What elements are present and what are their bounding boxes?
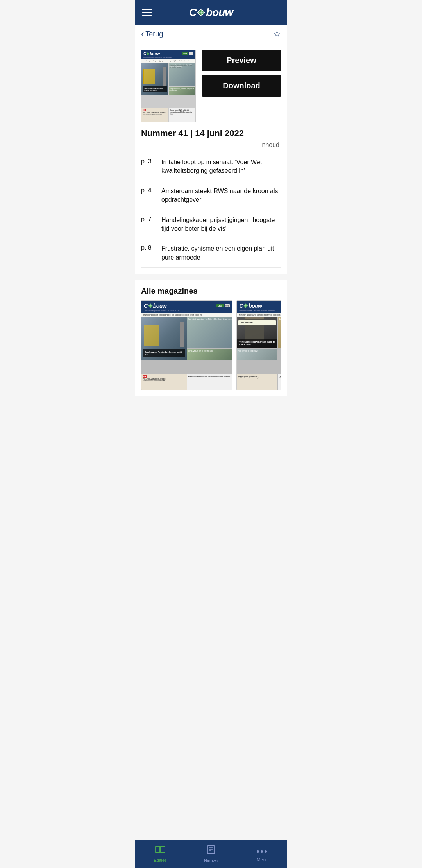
logo-suffix: bouw xyxy=(206,6,233,19)
cover-bottom-left-sub: RIVIERINGEN GLAS & TRIPANDAM xyxy=(143,114,167,115)
mag2-raad-text: Raad van State xyxy=(240,321,274,324)
mag1-tr-text: Zaanstad wacht op het Rijk: 100 miljoen … xyxy=(187,317,232,321)
toc-item-4[interactable]: p. 8 Frustratie, cynisme en een eigen pl… xyxy=(141,239,281,268)
cover-mr-text: Jong, vrouw en je eerste stap op de bouw… xyxy=(169,87,196,92)
mag2-logo-prefix: C xyxy=(239,303,243,309)
toc-page-3: p. 7 xyxy=(141,216,155,223)
cover-bottom-right-sub: Opinie xyxy=(170,113,195,115)
mag1-headline: Handelingskader prijsstijgingen: 'de hoo… xyxy=(141,313,232,317)
magazine-thumb-1[interactable]: C bouw ESAT vmn Onafhankelijke nieuwsbro… xyxy=(141,300,232,390)
cover-tagline: Onafhankelijke nieuwsbron voor de bouw xyxy=(143,56,193,58)
mag2-caption: 'Vertraging bouwplannen vaak te voorkome… xyxy=(237,339,277,349)
toc-text-3: Handelingskader prijsstijgingen: 'hoogst… xyxy=(161,216,281,233)
back-chevron-icon: ‹ xyxy=(141,30,144,38)
magazines-scroll[interactable]: C bouw ESAT vmn Onafhankelijke nieuwsbro… xyxy=(141,300,281,393)
cover-logo-suffix: bouw xyxy=(150,52,160,56)
toc-text-1: Irritatie loopt op in senaat: 'Voer Wet … xyxy=(161,158,281,176)
mag1-logo-prefix: C xyxy=(144,303,148,309)
mag1-badge-vmn: vmn xyxy=(225,304,230,307)
logo-prefix: C xyxy=(189,6,197,19)
action-buttons: Preview Download xyxy=(202,50,281,97)
logo-diamond-icon xyxy=(197,8,206,17)
cover-diamond-icon xyxy=(146,52,150,56)
mag1-tagline: Onafhankelijke nieuwsbron voor de bouw xyxy=(144,309,230,312)
mag1-bl-sub: RIVIERINGEN GLAS & TRIPANDAM xyxy=(143,380,186,382)
mag1-bia: BIA xyxy=(143,375,147,378)
toc-item-2[interactable]: p. 4 Amsterdam steekt RWS naar de kroon … xyxy=(141,181,281,210)
cover-bottom-right-text: Harde reset RWS lukt niet zonder inhoude… xyxy=(170,109,195,113)
mag1-br-text: Harde reset RWS lukt niet zonder inhoude… xyxy=(188,375,231,377)
mag2-br-sub: EDILGRAPPA xyxy=(279,377,281,379)
mag1-badge-esat: ESAT xyxy=(216,304,224,307)
app-logo: C bouw xyxy=(189,6,233,19)
download-button[interactable]: Download xyxy=(202,75,281,97)
toc-header: Inhoud xyxy=(141,142,281,149)
back-button[interactable]: ‹ Terug xyxy=(141,30,163,38)
bookmark-icon[interactable]: ☆ xyxy=(273,29,281,39)
mag2-tagline: Onafhankelijke nieuwsbron voor de bouw xyxy=(239,309,281,312)
cover-tr-text: Zaanstad wacht op het Rijk: 100 miljoen … xyxy=(169,63,196,68)
main-content: C bouw ESAT vmn Onafhankelijke nieuwsbro… xyxy=(135,43,287,274)
cover-headline: Handelingskader prijsstijgingen: de hoog… xyxy=(141,59,195,63)
mag2-logo-suffix: bouw xyxy=(249,303,262,309)
cover-logo: C xyxy=(143,52,146,56)
magazine-thumb-2[interactable]: C bouw ESAT vmn Onafhankelijke nieuwsbro… xyxy=(236,300,281,390)
toc-page-4: p. 8 xyxy=(141,244,155,251)
app-header: C bouw xyxy=(135,0,287,25)
cover-caption: Kadebouwers Amsterdam hebben het tij mee xyxy=(143,86,167,92)
cover-badge-esat: ESAT xyxy=(182,52,188,55)
toc-page-1: p. 3 xyxy=(141,158,155,165)
toc-text-4: Frustratie, cynisme en een eigen plan ui… xyxy=(161,244,281,262)
mag2-tr-text: Stikstof: zoeken naar nieuwe oplossingen xyxy=(278,317,281,321)
mag2-headline: Minister: 'Duurzame woning moet voor ied… xyxy=(237,313,281,317)
mag2-bl-sub: daglijksdakraam plus solar-energie xyxy=(238,377,276,379)
mag2-diamond-icon xyxy=(243,303,248,308)
mag1-logo-suffix: bouw xyxy=(153,303,167,309)
preview-button[interactable]: Preview xyxy=(202,50,281,71)
hamburger-menu-button[interactable] xyxy=(142,9,152,16)
toc-page-2: p. 4 xyxy=(141,187,155,194)
mag1-diamond-icon xyxy=(148,303,153,308)
toc-item-1[interactable]: p. 3 Irritatie loopt op in senaat: 'Voer… xyxy=(141,152,281,181)
toc-list: p. 3 Irritatie loopt op in senaat: 'Voer… xyxy=(141,152,281,268)
toc-item-3[interactable]: p. 7 Handelingskader prijsstijgingen: 'h… xyxy=(141,210,281,239)
navigation-bar: ‹ Terug ☆ xyxy=(135,25,287,43)
mag2-mr-text: Hoe divers is de bouw? xyxy=(237,349,277,353)
cover-bia-badge: BIA xyxy=(143,109,146,111)
edition-header: C bouw ESAT vmn Onafhankelijke nieuwsbro… xyxy=(141,50,281,122)
mag1-caption: Kadebouwers Amsterdam hebben het tij mee xyxy=(143,349,185,357)
all-magazines-section: Alle magazines C bouw ESAT xyxy=(135,280,287,396)
back-label: Terug xyxy=(145,30,163,38)
edition-title: Nummer 41 | 14 juni 2022 xyxy=(141,128,281,138)
magazine-cover: C bouw ESAT vmn Onafhankelijke nieuwsbro… xyxy=(141,50,196,122)
toc-text-2: Amsterdam steekt RWS naar de kroon als o… xyxy=(161,187,281,204)
mag1-mr-text: Jong, vrouw en je eerste stap xyxy=(187,349,232,353)
all-magazines-title: Alle magazines xyxy=(141,287,281,296)
cover-badge-vmn: vmn xyxy=(189,52,193,55)
